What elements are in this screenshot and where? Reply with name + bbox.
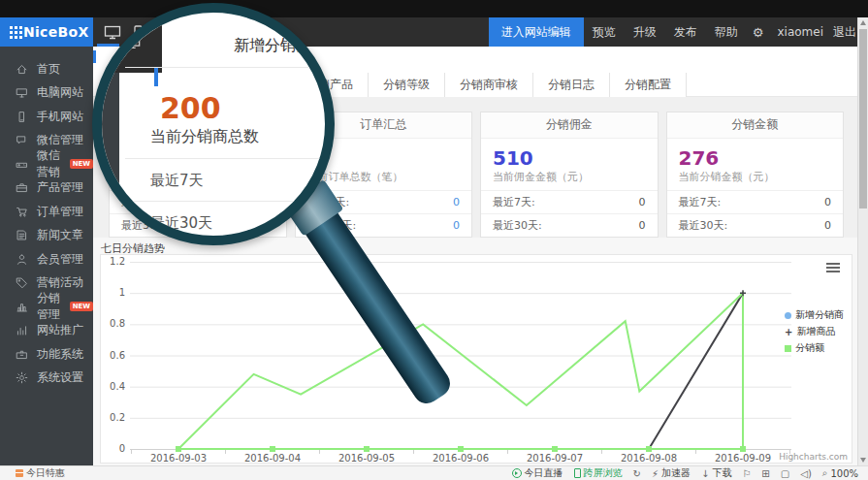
svg-text:0.4: 0.4 [110,381,125,392]
gear-icon[interactable]: ⚙ [747,25,770,40]
status-bar: 今日特惠 今日直播 跨屏浏览 ↻ ⚡加速器 ↓下载 ⚐ ⊞ ▢ ◁) ⌕100% [0,465,868,480]
card-title: 分销佣金 [481,112,658,139]
download[interactable]: ↓下载 [701,466,731,480]
flag-icon[interactable]: ⚐ [742,468,751,479]
function-icon [16,348,28,361]
card-number: 510 [493,146,646,170]
browser-icon[interactable]: ⊞ [761,468,769,479]
sidebar-item-label: 电脑网站 [37,84,83,101]
window-icon[interactable]: ▢ [781,468,789,479]
row-value: 0 [639,214,646,237]
member-icon [16,253,28,266]
sidebar-item-13[interactable]: 系统设置 [0,367,93,391]
gift-icon [16,469,23,477]
menu-item-0[interactable]: 预览 [584,25,625,39]
tab-2[interactable]: 分销商审核 [444,73,532,97]
svg-text:2016-09-03: 2016-09-03 [150,453,207,464]
svg-text:0.8: 0.8 [110,318,125,329]
refresh-icon[interactable]: ↻ [633,468,641,479]
sidebar-item-11[interactable]: 网站推广 [0,319,93,343]
tab-bar: 分销产品分销等级分销商审核分销日志分销配置 [291,73,687,97]
desktop-icon [16,86,28,99]
zoom-level[interactable]: ⌕100% [822,467,858,479]
legend-item-2[interactable]: 分销额 [785,341,844,355]
campaign-icon [16,276,28,289]
new-badge: NEW [70,159,93,169]
zoom-icon: ⌕ [822,467,828,479]
tab-3[interactable]: 分销日志 [532,73,609,97]
sidebar-item-7[interactable]: 新闻文章 [0,224,93,248]
sidebar-item-label: 微信营销 [37,147,66,180]
distribution-icon [16,301,28,313]
speaker-icon[interactable]: ◁) [800,468,812,479]
cross-screen-label: 跨屏浏览 [584,466,623,480]
square-marker-icon [785,345,791,352]
menu-item-2[interactable]: 发布 [665,25,706,39]
zoom-value: 100% [830,468,858,479]
svg-text:0.6: 0.6 [110,350,125,361]
svg-text:2016-09-08: 2016-09-08 [621,453,677,464]
todays-deal[interactable]: 今日特惠 [0,466,65,480]
legend-item-0[interactable]: 新增分销商 [785,308,844,322]
menu-item-1[interactable]: 升级 [625,25,665,39]
chart-menu-icon[interactable] [826,263,840,274]
sidebar-item-6[interactable]: 订单管理 [0,200,93,224]
scroll-down-arrow-icon[interactable] [860,458,866,463]
sidebar: 首页电脑网站手机网站微信管理微信营销NEW产品管理订单管理新闻文章会员管理营销活… [0,47,93,465]
tab-4[interactable]: 分销配置 [609,73,687,97]
card-distribution-amount: 分销金额 276 当前分销金额（元） 最近7天:0 最近30天:0 [666,112,845,238]
sidebar-item-5[interactable]: 产品管理 [0,176,93,201]
grid-menu-icon [10,26,13,29]
magnified-card: 新增分销商 200 当前分销商总数 最近7天 最近30天 [125,13,325,236]
sidebar-item-12[interactable]: 功能系统 [0,342,93,367]
card-number: 276 [679,146,832,170]
vertical-scrollbar[interactable] [857,17,868,465]
sidebar-item-label: 系统设置 [37,369,83,386]
home-icon [16,63,28,76]
logo-text: NiceBoX [23,24,89,40]
row-label: 最近7天: [679,191,722,213]
desktop-preview-icon[interactable] [104,25,121,40]
app-logo[interactable]: NiceBoX [0,17,93,47]
legend-item-1[interactable]: +新增商品 [785,325,844,338]
card-title: 分销金额 [667,112,844,139]
marketing-icon [16,158,28,171]
row-label: 最近30天: [679,214,728,237]
row-value[interactable]: 0 [453,214,460,237]
highcharts-credit[interactable]: Highcharts.com [779,452,848,462]
svg-text:2016-09-09: 2016-09-09 [715,453,771,464]
legend-label: 新增分销商 [795,308,844,322]
sidebar-item-label: 产品管理 [37,179,83,196]
card-caption: 当前分销金额（元） [679,170,832,184]
row-value: 0 [639,191,646,213]
chart-legend: 新增分销商+新增商品分销额 [785,308,844,358]
sidebar-item-10[interactable]: 分销管理NEW [0,295,93,319]
download-arrow-icon: ↓ [701,468,709,479]
sidebar-item-0[interactable]: 首页 [0,57,93,81]
play-circle-icon [512,468,522,478]
scroll-up-arrow-icon[interactable] [860,20,866,25]
sidebar-item-2[interactable]: 手机网站 [0,105,93,129]
promotion-icon [16,324,28,336]
menu-item-3[interactable]: 帮助 [706,25,747,39]
live-today[interactable]: 今日直播 [512,466,563,480]
row-label: 最近7天: [493,191,535,213]
sidebar-item-8[interactable]: 会员管理 [0,247,93,272]
wechat-icon [16,134,28,146]
sidebar-item-label: 营销活动 [37,274,83,291]
sidebar-item-label: 手机网站 [37,109,83,125]
cross-screen-browse[interactable]: 跨屏浏览 [574,466,623,480]
username[interactable]: xiaomei [769,25,831,39]
sidebar-item-1[interactable]: 电脑网站 [0,81,93,106]
row-value[interactable]: 0 [453,191,460,213]
desktop-top-strip [0,0,868,17]
sidebar-item-label: 功能系统 [37,346,83,363]
svg-text:1: 1 [119,287,125,298]
settings-icon [16,371,28,384]
accelerator[interactable]: ⚡加速器 [652,466,691,480]
scrollbar-thumb[interactable] [859,29,867,208]
lightning-icon: ⚡ [652,468,659,479]
sidebar-item-4[interactable]: 微信营销NEW [0,152,93,176]
tab-1[interactable]: 分销等级 [368,73,444,97]
enter-site-edit-button[interactable]: 进入网站编辑 [489,17,584,47]
